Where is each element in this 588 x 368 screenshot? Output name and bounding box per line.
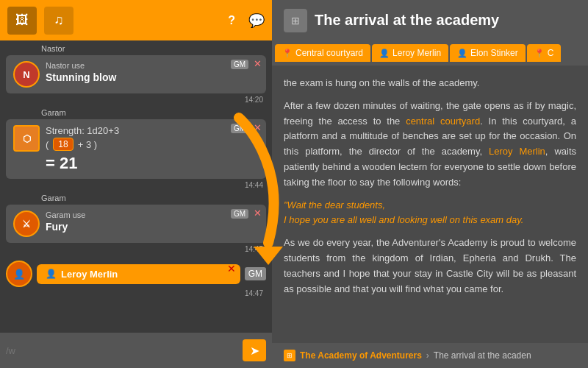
close-highlight[interactable]: ✕	[227, 263, 236, 275]
avatar-garam-fury: ⚔	[13, 210, 40, 237]
gm-badge-garam-roll: GM	[231, 124, 248, 133]
msg-main-garam-fury: Fury	[46, 221, 259, 233]
paragraph-main: After a few dozen minutes of waiting, th…	[284, 99, 576, 191]
tab-extra[interactable]: 📍 C	[527, 44, 562, 62]
highlight-bubble: 👤 Leroy Merlin ✕	[37, 264, 240, 284]
tab-label-extra: C	[548, 48, 554, 58]
tab-label-leroy: Leroy Merlin	[392, 48, 441, 58]
tab-leroy-merlin[interactable]: 👤 Leroy Merlin	[372, 44, 448, 62]
breadcrumb-current: The arrival at the acaden	[434, 350, 531, 361]
roll-text: Strength: 1d20+3	[46, 125, 119, 136]
tab-elon-stinker[interactable]: 👤 Elon Stinker	[450, 44, 526, 62]
left-header: 🖼 ♫ ? 💬	[0, 0, 272, 40]
breadcrumb-home-icon: ⊞	[284, 350, 295, 361]
msg-content-nastor: Nastor use Stunning blow	[46, 61, 259, 83]
breadcrumb-separator: ›	[426, 350, 429, 361]
tab-label-elon: Elon Stinker	[470, 48, 518, 58]
message-bubble-nastor: N Nastor use Stunning blow GM ✕	[6, 55, 266, 93]
msg-time-nastor: 14:20	[6, 96, 263, 104]
gm-badge-garam-fury: GM	[231, 209, 248, 219]
title-icon: ⊞	[284, 9, 307, 32]
link-leroy-merlin[interactable]: Leroy Merlin	[489, 146, 545, 157]
msg-content-garam-roll: Strength: 1d20+3 ( 18 + 3 ) = 21	[46, 125, 259, 173]
paragraph-welcome: As we do every year, the Adventurer's Ac…	[284, 236, 576, 297]
message-bubble-garam-fury: ⚔ Garam use Fury GM ✕	[6, 205, 266, 243]
image-tab-button[interactable]: 🖼	[7, 7, 37, 35]
message-group-nastor: Nastor N Nastor use Stunning blow GM ✕ 1…	[6, 44, 266, 104]
music-icon: ♫	[54, 13, 64, 28]
tab-label-courtyard: Central courtyard	[295, 48, 363, 58]
open-paren: (	[46, 139, 49, 150]
roll-badge: 18	[53, 138, 73, 151]
messages-area: Nastor N Nastor use Stunning blow GM ✕ 1…	[0, 40, 272, 333]
sword-icon: ⚔	[22, 219, 31, 230]
breadcrumb-section[interactable]: The Academy of Adventurers	[300, 350, 422, 361]
gm-avatar: GM	[245, 267, 266, 280]
user-icon-elon: 👤	[457, 49, 467, 58]
tab-central-courtyard[interactable]: 📍 Central courtyard	[275, 44, 370, 62]
grid-icon: ⊞	[291, 15, 300, 26]
plus-three: + 3 )	[78, 139, 97, 150]
chat-icon[interactable]: 💬	[248, 13, 265, 29]
msg-action-nastor: Nastor use	[46, 61, 259, 70]
roll-container: Strength: 1d20+3 ( 18 + 3 ) = 21	[46, 125, 259, 173]
msg-time-garam-fury: 14:45	[6, 245, 263, 253]
close-garam-fury[interactable]: ✕	[254, 208, 262, 219]
message-bubble-garam-roll: ⬡ Strength: 1d20+3 ( 18 + 3 ) = 21	[6, 119, 266, 179]
help-icon[interactable]: ?	[228, 14, 235, 27]
msg-action-garam-fury: Garam use	[46, 210, 259, 219]
msg-time-garam-roll: 14:44	[6, 181, 263, 189]
sender-garam-roll: Garam	[41, 108, 266, 117]
paragraph-intro: the exam is hung on the walls of the aca…	[284, 76, 576, 91]
close-garam-roll[interactable]: ✕	[254, 122, 262, 133]
chat-input[interactable]	[6, 345, 238, 356]
avatar-letter-nastor: N	[23, 69, 29, 80]
avatar-dice-icon: ⬡	[23, 133, 31, 144]
user-icon-leroy: 👤	[379, 49, 390, 58]
msg-time-highlight: 14:47	[6, 289, 263, 297]
music-tab-button[interactable]: ♫	[44, 7, 74, 35]
roll-sub-formula: ( 18 + 3 )	[46, 138, 259, 151]
right-title-bar: ⊞ The arrival at the academy	[272, 0, 588, 40]
highlight-name: Leroy Merlin	[61, 269, 118, 280]
breadcrumb-bar: ⊞ The Academy of Adventurers › The arriv…	[272, 343, 588, 368]
send-button[interactable]: ➤	[243, 339, 266, 361]
send-icon: ➤	[250, 344, 259, 358]
avatar-leroy: 👤	[6, 261, 32, 287]
quote-line2: I hope you are all well and looking well…	[284, 214, 523, 225]
roll-result: = 21	[46, 154, 259, 173]
message-group-garam-roll: Garam ⬡ Strength: 1d20+3 ( 18 + 3 )	[6, 108, 266, 189]
user-icon: 👤	[46, 269, 57, 279]
close-nastor[interactable]: ✕	[254, 58, 262, 69]
pin-icon-extra: 📍	[534, 49, 545, 58]
avatar-garam-roll: ⬡	[13, 125, 40, 152]
roll-formula: Strength: 1d20+3	[46, 125, 259, 136]
tabs-bar: 📍 Central courtyard 👤 Leroy Merlin 👤 Elo…	[272, 40, 588, 66]
link-central-courtyard[interactable]: central courtyard	[406, 116, 480, 127]
chat-input-area: ➤	[0, 333, 272, 368]
msg-main-nastor: Stunning blow	[46, 71, 259, 83]
right-panel: ⊞ The arrival at the academy 📍 Central c…	[272, 0, 588, 368]
gm-badge-nastor: GM	[231, 60, 248, 69]
pin-icon-courtyard: 📍	[282, 49, 293, 58]
sender-garam-fury: Garam	[41, 194, 266, 202]
left-panel: 🖼 ♫ ? 💬 Nastor N Nastor use Stunning blo…	[0, 0, 272, 368]
content-area: the exam is hung on the walls of the aca…	[272, 66, 588, 343]
quote-line1: "Wait the dear students,	[284, 199, 385, 210]
page-title: The arrival at the academy	[315, 12, 499, 29]
image-icon: 🖼	[15, 13, 29, 28]
message-group-highlight: 👤 👤 Leroy Merlin ✕ GM 14:47	[6, 258, 266, 297]
quote-paragraph: "Wait the dear students, I hope you are …	[284, 198, 576, 229]
avatar-nastor: N	[13, 61, 40, 88]
message-group-garam-fury: Garam ⚔ Garam use Fury GM ✕ 14:45	[6, 194, 266, 253]
sender-nastor: Nastor	[41, 44, 266, 53]
msg-content-garam-fury: Garam use Fury	[46, 210, 259, 233]
